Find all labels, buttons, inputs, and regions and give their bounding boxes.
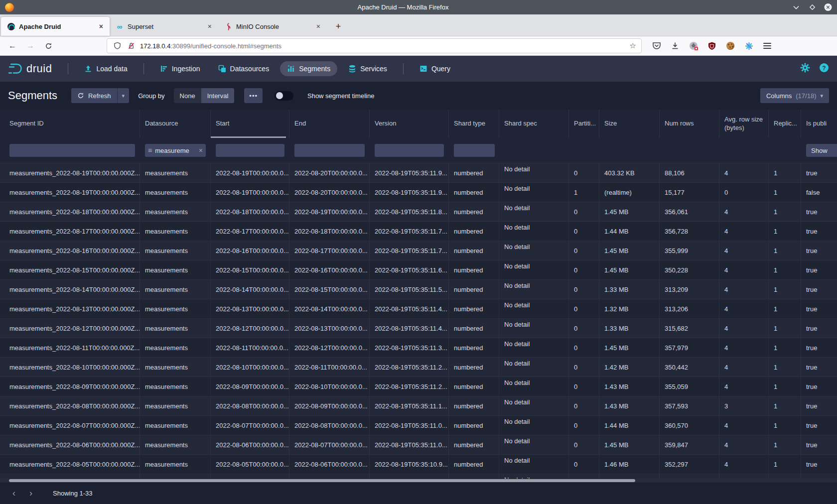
insecure-lock-icon[interactable]: [126, 41, 136, 51]
group-by-none-button[interactable]: None: [174, 88, 201, 103]
horizontal-scrollbar[interactable]: [0, 479, 837, 483]
close-icon[interactable]: [824, 3, 832, 11]
downloads-icon[interactable]: [670, 41, 680, 51]
cell-start: 2022-08-15T00:00:00.0...: [211, 260, 289, 280]
column-header-avg_row_size[interactable]: Avg. row size (bytes): [719, 110, 769, 138]
nav-item-load-data[interactable]: Load data: [77, 61, 134, 76]
shield-icon[interactable]: [112, 41, 122, 51]
cell-partition: 0: [569, 435, 599, 455]
nav-item-query[interactable]: Query: [413, 61, 457, 76]
filter-end-input[interactable]: [294, 144, 365, 157]
cell-shard_spec: No detail: [499, 319, 569, 338]
filter-is-published-select[interactable]: Show: [806, 144, 837, 157]
column-header-size[interactable]: Size: [599, 110, 660, 138]
table-row[interactable]: measurements_2022-08-08T00:00:00.000Z...…: [0, 396, 837, 416]
table-row[interactable]: measurements_2022-08-13T00:00:00.000Z...…: [0, 299, 837, 319]
filter-start-input[interactable]: [216, 144, 284, 157]
asterisk-extension-icon[interactable]: [744, 41, 754, 51]
nav-item-ingestion[interactable]: Ingestion: [153, 61, 207, 76]
cell-id: measurements_2022-08-11T00:00:00.000Z...: [0, 338, 140, 358]
column-header-shard_type[interactable]: Shard type: [449, 110, 499, 138]
nav-item-services[interactable]: Services: [341, 61, 394, 76]
cell-shard_spec: No detail: [499, 455, 569, 474]
table-row[interactable]: measurements_2022-08-18T00:00:00.000Z...…: [0, 202, 837, 222]
cell-is_published: true: [801, 338, 837, 358]
tab-close-icon[interactable]: ×: [315, 22, 322, 30]
cookie-icon[interactable]: [725, 41, 735, 51]
url-bar[interactable]: 172.18.0.4:30899/unified-console.html#se…: [107, 38, 642, 53]
cell-start: 2022-08-12T00:00:00.0...: [211, 319, 289, 338]
filter-segment-id-input[interactable]: [9, 144, 135, 157]
column-header-start[interactable]: Start: [211, 110, 289, 138]
table-row[interactable]: measurements_2022-08-09T00:00:00.000Z...…: [0, 377, 837, 396]
filter-version-input[interactable]: [375, 144, 444, 157]
table-row[interactable]: measurements_2022-08-17T00:00:00.000Z...…: [0, 222, 837, 241]
pocket-icon[interactable]: [652, 41, 662, 51]
druid-logo[interactable]: druid: [8, 62, 52, 75]
filter-clear-icon[interactable]: ×: [199, 146, 203, 154]
column-header-is_published[interactable]: Is publi: [801, 110, 837, 138]
bookmark-star-icon[interactable]: ☆: [630, 41, 636, 50]
table-row[interactable]: measurements_2022-08-15T00:00:00.000Z...…: [0, 260, 837, 280]
table-row[interactable]: measurements_2022-08-19T00:00:00.000Z...…: [0, 163, 837, 183]
menu-hamburger-icon[interactable]: [762, 41, 772, 51]
nav-item-datasources[interactable]: Datasources: [211, 61, 277, 76]
table-row[interactable]: measurements_2022-08-07T00:00:00.000Z...…: [0, 416, 837, 435]
extension-disabled-icon[interactable]: [689, 41, 698, 51]
tab-close-icon[interactable]: ×: [206, 22, 213, 30]
maximize-icon[interactable]: [808, 3, 816, 11]
column-header-num_rows[interactable]: Num rows: [660, 110, 719, 138]
cell-shard_type: numbered: [449, 416, 499, 435]
table-row[interactable]: measurements_2022-08-04T00:00:00.000Z...…: [0, 474, 837, 479]
table-row[interactable]: measurements_2022-08-19T00:00:00.000Z...…: [0, 183, 837, 202]
tab-minio-console[interactable]: MinIO Console ×: [218, 17, 327, 36]
upload-icon: [84, 65, 92, 73]
prev-page-icon[interactable]: ‹: [7, 487, 21, 501]
cell-end: 2022-08-15T00:00:00.0...: [289, 280, 370, 299]
table-row[interactable]: measurements_2022-08-16T00:00:00.000Z...…: [0, 241, 837, 260]
column-header-partition[interactable]: Partiti...: [569, 110, 599, 138]
table-row[interactable]: measurements_2022-08-14T00:00:00.000Z...…: [0, 280, 837, 299]
next-page-icon[interactable]: ›: [24, 487, 38, 501]
settings-gear-icon[interactable]: [800, 63, 810, 75]
columns-button[interactable]: Columns (17/18) ▾: [760, 88, 829, 103]
refresh-button[interactable]: Refresh: [71, 88, 117, 103]
reload-icon[interactable]: [41, 39, 56, 53]
column-header-end[interactable]: End: [289, 110, 370, 138]
forward-icon[interactable]: →: [23, 39, 38, 53]
tab-close-icon[interactable]: ×: [98, 22, 105, 30]
cell-end: 2022-08-09T00:00:00.0...: [289, 396, 370, 416]
table-row[interactable]: measurements_2022-08-11T00:00:00.000Z...…: [0, 338, 837, 358]
more-options-button[interactable]: •••: [244, 88, 263, 103]
column-header-id[interactable]: Segment ID: [0, 110, 140, 138]
scrollbar-thumb[interactable]: [9, 479, 635, 482]
filter-shard-type-input[interactable]: [454, 144, 495, 157]
filter-datasource-input[interactable]: ≡ measureme ×: [145, 144, 206, 157]
ublock-icon[interactable]: [707, 41, 717, 51]
nav-item-segments[interactable]: Segments: [280, 61, 337, 76]
back-icon[interactable]: ←: [5, 39, 20, 53]
minimize-icon[interactable]: [792, 3, 800, 11]
table-row[interactable]: measurements_2022-08-05T00:00:00.000Z...…: [0, 455, 837, 474]
column-header-version[interactable]: Version: [370, 110, 449, 138]
table-row[interactable]: measurements_2022-08-12T00:00:00.000Z...…: [0, 319, 837, 338]
cell-is_published: false: [801, 183, 837, 202]
partial-row: measurements_2022-08-04T00:00:00.000Z...…: [0, 474, 837, 479]
druid-brand-text: druid: [26, 62, 52, 75]
url-text[interactable]: 172.18.0.4:30899/unified-console.html#se…: [140, 42, 626, 50]
refresh-dropdown-button[interactable]: ▾: [117, 88, 130, 103]
segment-timeline-toggle[interactable]: [275, 91, 293, 101]
tab-apache-druid[interactable]: Apache Druid ×: [1, 17, 110, 36]
column-header-replication[interactable]: Replic...: [769, 110, 801, 138]
table-row[interactable]: measurements_2022-08-06T00:00:00.000Z...…: [0, 435, 837, 455]
cell-id: measurements_2022-08-14T00:00:00.000Z...: [0, 280, 140, 299]
new-tab-button[interactable]: +: [331, 19, 346, 34]
cell-num_rows: 355,999: [660, 241, 719, 260]
table-row[interactable]: measurements_2022-08-10T00:00:00.000Z...…: [0, 358, 837, 377]
column-header-datasource[interactable]: Datasource: [140, 110, 211, 138]
druid-logo-icon: [8, 62, 23, 75]
group-by-interval-button[interactable]: Interval: [201, 88, 235, 103]
help-icon[interactable]: ?: [819, 63, 829, 75]
tab-superset[interactable]: ∞ Superset ×: [110, 17, 218, 36]
column-header-shard_spec[interactable]: Shard spec: [499, 110, 569, 138]
